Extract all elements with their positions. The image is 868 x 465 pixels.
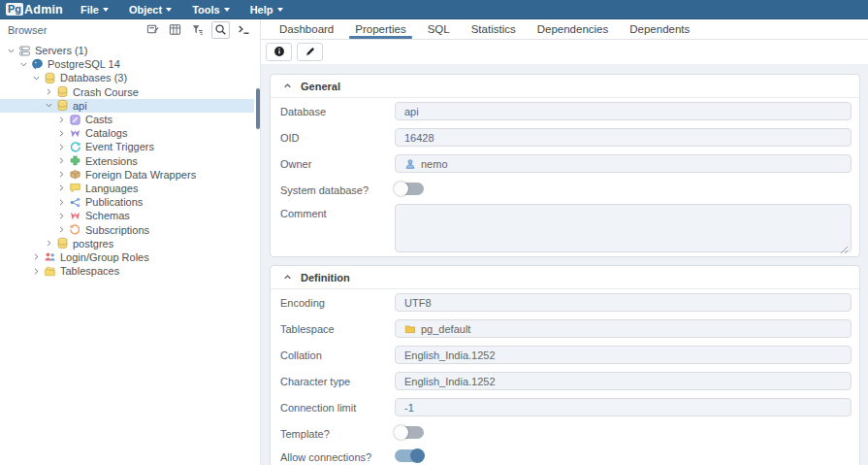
tree-item-label: Subscriptions bbox=[81, 224, 149, 236]
owner-field[interactable]: nemo bbox=[395, 154, 852, 173]
chevron-right-icon[interactable] bbox=[56, 155, 67, 166]
tree-item-databases-3[interactable]: Databases (3) bbox=[0, 71, 254, 84]
chevron-right-icon[interactable] bbox=[56, 115, 67, 125]
chevron-right-icon[interactable] bbox=[44, 86, 54, 97]
system-database-toggle[interactable] bbox=[395, 183, 424, 195]
tab-dependencies[interactable]: Dependencies bbox=[527, 19, 620, 39]
chevron-down-icon[interactable] bbox=[44, 100, 54, 111]
menu-file[interactable]: File bbox=[80, 4, 109, 16]
chevron-right-icon[interactable] bbox=[56, 224, 67, 235]
tree-item-foreign-data-wrappers[interactable]: Foreign Data Wrappers bbox=[0, 168, 254, 182]
menu-help[interactable]: Help bbox=[250, 4, 283, 16]
query-tool-icon[interactable] bbox=[236, 22, 252, 38]
menu-label: File bbox=[80, 4, 99, 16]
form-row-collation: CollationEnglish_India.1252 bbox=[271, 342, 859, 368]
tab-dashboard[interactable]: Dashboard bbox=[269, 19, 344, 39]
pgadmin-logo[interactable]: Pg Admin bbox=[6, 3, 63, 17]
section-general: GeneralDatabaseapiOID16428OwnernemoSyste… bbox=[270, 74, 860, 257]
section-header-general[interactable]: General bbox=[271, 75, 859, 98]
filter-icon[interactable] bbox=[189, 22, 206, 38]
field-label: Allow connections? bbox=[280, 448, 395, 463]
chevron-right-icon[interactable] bbox=[44, 238, 54, 249]
form-row-owner: Ownernemo bbox=[271, 150, 859, 177]
oid-field[interactable]: 16428 bbox=[395, 128, 852, 147]
section-title: Definition bbox=[301, 272, 350, 283]
tree-item-postgres[interactable]: postgres bbox=[0, 237, 254, 250]
browser-panel-title: Browser bbox=[8, 24, 47, 36]
tree-item-postgresql-14[interactable]: PostgreSQL 14 bbox=[0, 57, 254, 71]
tree-item-api[interactable]: api bbox=[0, 99, 254, 113]
tree-item-login-group-roles[interactable]: Login/Group Roles bbox=[0, 250, 254, 264]
chevron-right-icon[interactable] bbox=[56, 128, 67, 139]
tree-item-event-triggers[interactable]: Event Triggers bbox=[0, 140, 254, 153]
connection-limit-field[interactable]: -1 bbox=[395, 398, 852, 416]
tree-item-subscriptions[interactable]: Subscriptions bbox=[0, 222, 254, 236]
chevron-down-icon[interactable] bbox=[18, 59, 29, 70]
comment-textarea[interactable] bbox=[395, 204, 852, 252]
tree-item-label: Login/Group Roles bbox=[56, 251, 149, 263]
chevron-right-icon[interactable] bbox=[31, 251, 42, 262]
tree-item-crash-course[interactable]: Crash Course bbox=[0, 85, 254, 99]
field-value: pg_default bbox=[421, 323, 470, 335]
menu-object[interactable]: Object bbox=[129, 4, 172, 16]
tree-item-languages[interactable]: Languages bbox=[0, 182, 254, 195]
section-title: General bbox=[301, 81, 340, 92]
tablespace-field[interactable]: pg_default bbox=[395, 319, 852, 338]
character-type-field[interactable]: English_India.1252 bbox=[395, 372, 852, 390]
tree-item-label: Extensions bbox=[81, 155, 138, 167]
tree-item-tablespaces[interactable]: Tablespaces bbox=[0, 264, 254, 278]
section-definition: DefinitionEncodingUTF8Tablespacepg_defau… bbox=[270, 265, 860, 465]
allow-connections-toggle[interactable] bbox=[395, 449, 424, 462]
edit-button[interactable] bbox=[297, 43, 323, 61]
resize-grip-icon[interactable] bbox=[840, 241, 849, 249]
field-label: Encoding bbox=[280, 293, 395, 309]
tree-item-publications[interactable]: Publications bbox=[0, 195, 254, 209]
field-control: -1 bbox=[395, 398, 852, 416]
info-button[interactable] bbox=[266, 43, 292, 61]
form-row-database: Databaseapi bbox=[271, 98, 859, 124]
form-row-tablespace: Tablespacepg_default bbox=[271, 316, 859, 342]
tree-item-servers-1[interactable]: Servers (1) bbox=[0, 44, 254, 57]
collation-field[interactable]: English_India.1252 bbox=[395, 346, 852, 364]
menu-tools[interactable]: Tools bbox=[192, 4, 230, 16]
casts-icon bbox=[69, 114, 81, 126]
chevron-up-icon[interactable] bbox=[283, 273, 292, 282]
chevron-down-icon[interactable] bbox=[6, 46, 16, 56]
tab-sql[interactable]: SQL bbox=[417, 19, 461, 39]
chevron-right-icon[interactable] bbox=[56, 197, 67, 208]
section-header-definition[interactable]: Definition bbox=[271, 266, 859, 289]
chevron-right-icon[interactable] bbox=[56, 183, 67, 193]
chevron-right-icon[interactable] bbox=[31, 266, 42, 277]
schemas-icon bbox=[69, 210, 81, 222]
tree-scrollbar-thumb[interactable] bbox=[256, 88, 260, 129]
chevron-down-icon[interactable] bbox=[31, 73, 42, 83]
tree-item-label: Languages bbox=[81, 183, 138, 194]
add-object-icon[interactable] bbox=[145, 22, 161, 38]
main-tab-bar: DashboardPropertiesSQLStatisticsDependen… bbox=[261, 19, 868, 40]
tree-item-label: postgres bbox=[69, 238, 113, 249]
field-value: nemo bbox=[421, 158, 448, 170]
chevron-down-icon bbox=[224, 8, 230, 12]
grid-icon[interactable] bbox=[167, 22, 183, 38]
tree-item-casts[interactable]: Casts bbox=[0, 113, 254, 126]
database-field[interactable]: api bbox=[395, 102, 852, 120]
tree-item-schemas[interactable]: Schemas bbox=[0, 209, 254, 222]
tree-item-label: Catalogs bbox=[81, 127, 127, 139]
tab-dependents[interactable]: Dependents bbox=[619, 19, 700, 39]
tab-properties[interactable]: Properties bbox=[344, 19, 416, 39]
form-row-character-type: Character typeEnglish_India.1252 bbox=[271, 368, 859, 394]
field-value: -1 bbox=[404, 402, 414, 414]
tab-statistics[interactable]: Statistics bbox=[461, 19, 527, 39]
encoding-field[interactable]: UTF8 bbox=[395, 293, 852, 312]
search-icon[interactable] bbox=[211, 21, 230, 39]
chevron-up-icon[interactable] bbox=[283, 82, 292, 90]
template-toggle[interactable] bbox=[395, 426, 424, 439]
chevron-right-icon[interactable] bbox=[56, 169, 67, 180]
field-label: Owner bbox=[280, 154, 395, 170]
field-label: Template? bbox=[280, 424, 395, 440]
tree-item-catalogs[interactable]: Catalogs bbox=[0, 126, 254, 140]
tree-scrollbar[interactable] bbox=[254, 40, 260, 465]
tree-item-extensions[interactable]: Extensions bbox=[0, 154, 254, 168]
chevron-right-icon[interactable] bbox=[56, 142, 67, 152]
chevron-right-icon[interactable] bbox=[56, 211, 67, 221]
